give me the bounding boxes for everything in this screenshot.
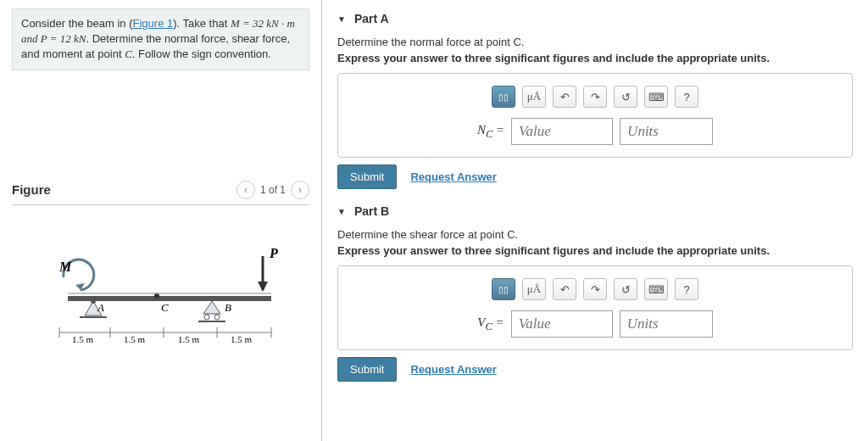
part-a-submit-button[interactable]: Submit xyxy=(337,165,397,189)
label-P: P xyxy=(269,246,278,260)
part-a-instruction: Express your answer to three significant… xyxy=(337,52,853,64)
undo-icon[interactable]: ↶ xyxy=(553,86,576,108)
svg-point-12 xyxy=(154,293,159,299)
reset-icon[interactable]: ↺ xyxy=(614,86,637,108)
problem-text: Consider the beam in ( xyxy=(21,17,133,30)
part-a: ▼ Part A Determine the normal force at p… xyxy=(337,12,853,189)
part-b-units-input[interactable] xyxy=(620,310,713,338)
help-icon[interactable]: ? xyxy=(675,278,698,300)
part-b-actions: Submit Request Answer xyxy=(337,357,853,382)
help-icon[interactable]: ? xyxy=(675,86,698,108)
figure-link[interactable]: Figure 1 xyxy=(133,17,174,30)
units-mu-button[interactable]: μÅ xyxy=(522,278,546,300)
reset-icon[interactable]: ↺ xyxy=(614,278,637,300)
undo-icon[interactable]: ↶ xyxy=(553,278,576,300)
part-b-instruction: Express your answer to three significant… xyxy=(337,244,853,257)
part-b-input-row: VC = xyxy=(477,310,712,338)
redo-icon[interactable]: ↷ xyxy=(583,278,607,300)
pager-text: 1 of 1 xyxy=(260,184,286,196)
label-M: M xyxy=(58,260,72,274)
units-mu-button[interactable]: μÅ xyxy=(522,86,546,108)
problem-statement: Consider the beam in (Figure 1). Take th… xyxy=(12,8,309,70)
left-panel: Consider the beam in (Figure 1). Take th… xyxy=(0,0,322,441)
svg-point-10 xyxy=(214,315,220,320)
part-b-title: Part B xyxy=(354,204,389,218)
keyboard-icon[interactable]: ⌨ xyxy=(644,278,668,300)
part-b-toolbar: ▯▯ μÅ ↶ ↷ ↺ ⌨ ? xyxy=(492,278,698,300)
svg-text:1.5 m: 1.5 m xyxy=(231,334,253,344)
part-a-var: NC = xyxy=(477,123,504,141)
right-panel: ▼ Part A Determine the normal force at p… xyxy=(322,0,868,441)
part-b-var: VC = xyxy=(477,315,504,333)
svg-text:1.5 m: 1.5 m xyxy=(178,334,200,344)
svg-marker-4 xyxy=(258,282,268,292)
chevron-left-icon[interactable]: ‹ xyxy=(236,181,255,199)
redo-icon[interactable]: ↷ xyxy=(583,86,607,108)
caret-down-icon: ▼ xyxy=(337,14,346,24)
part-b: ▼ Part B Determine the shear force at po… xyxy=(337,204,853,382)
part-a-request-answer-link[interactable]: Request Answer xyxy=(410,170,496,183)
svg-marker-8 xyxy=(203,301,220,314)
label-A: A xyxy=(97,301,104,314)
chevron-right-icon[interactable]: › xyxy=(291,181,309,199)
part-a-input-row: NC = xyxy=(477,118,713,145)
part-a-actions: Submit Request Answer xyxy=(337,165,853,189)
part-b-request-answer-link[interactable]: Request Answer xyxy=(410,363,496,376)
templates-icon[interactable]: ▯▯ xyxy=(492,278,515,300)
figure-diagram: M P A B C xyxy=(12,239,309,349)
svg-text:1.5 m: 1.5 m xyxy=(72,334,94,344)
svg-text:1.5 m: 1.5 m xyxy=(124,334,146,344)
figure-header: Figure ‹ 1 of 1 › xyxy=(12,181,309,205)
part-b-submit-button[interactable]: Submit xyxy=(337,357,397,382)
keyboard-icon[interactable]: ⌨ xyxy=(644,86,668,108)
part-a-units-input[interactable] xyxy=(620,118,713,145)
part-a-header[interactable]: ▼ Part A xyxy=(337,12,853,25)
figure-pager: ‹ 1 of 1 › xyxy=(236,181,309,199)
part-a-prompt: Determine the normal force at point C. xyxy=(337,36,853,48)
part-b-header[interactable]: ▼ Part B xyxy=(337,204,853,218)
part-b-answer-box: ▯▯ μÅ ↶ ↷ ↺ ⌨ ? VC = xyxy=(337,265,853,350)
part-a-title: Part A xyxy=(354,12,389,25)
part-b-prompt: Determine the shear force at point C. xyxy=(337,228,853,241)
figure-title: Figure xyxy=(12,182,51,197)
caret-down-icon: ▼ xyxy=(337,207,346,216)
svg-point-6 xyxy=(91,299,96,304)
part-a-answer-box: ▯▯ μÅ ↶ ↷ ↺ ⌨ ? NC = xyxy=(337,73,853,158)
part-a-toolbar: ▯▯ μÅ ↶ ↷ ↺ ⌨ ? xyxy=(492,86,698,108)
label-B: B xyxy=(225,301,231,314)
label-C: C xyxy=(161,301,169,314)
templates-icon[interactable]: ▯▯ xyxy=(492,86,515,108)
svg-point-9 xyxy=(204,315,209,320)
part-a-value-input[interactable] xyxy=(511,118,613,145)
part-b-value-input[interactable] xyxy=(511,310,613,338)
